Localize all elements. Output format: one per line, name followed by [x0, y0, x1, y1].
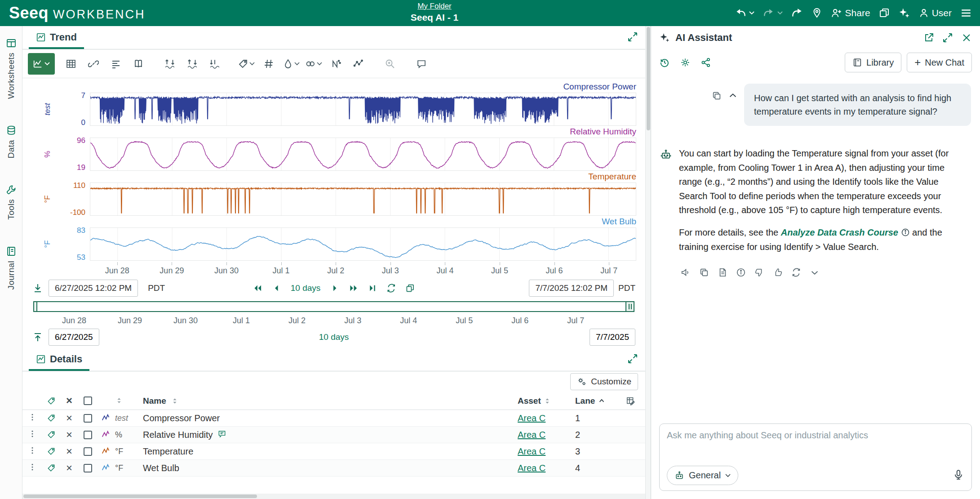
asset-link[interactable]: Area C — [518, 430, 545, 440]
samples-button[interactable] — [349, 54, 368, 74]
main-menu-button[interactable] — [960, 7, 972, 19]
y-axis[interactable]: °F8353 — [22, 227, 90, 261]
chat-history-button[interactable] — [659, 57, 670, 68]
zoom-button[interactable] — [380, 54, 400, 74]
y-axis[interactable]: °F110-100 — [22, 183, 90, 216]
tab-details[interactable]: Details — [29, 350, 89, 371]
duration-button[interactable]: 10 days — [291, 283, 321, 293]
row-checkbox[interactable] — [84, 447, 92, 456]
ai-settings-button[interactable] — [680, 57, 691, 68]
data-table-button[interactable] — [61, 54, 81, 74]
open-in-new-window-button[interactable] — [923, 32, 934, 43]
range-end-input[interactable]: 7/7/2025 — [590, 329, 635, 346]
sort-name-button[interactable] — [171, 397, 179, 405]
row-checkbox[interactable] — [84, 414, 92, 423]
new-chat-button[interactable]: + New Chat — [907, 53, 972, 72]
column-name-label[interactable]: Name — [143, 396, 166, 406]
regenerate-button[interactable] — [791, 267, 801, 277]
mode-selector[interactable]: General — [667, 466, 738, 485]
column-lane-label[interactable]: Lane — [575, 396, 595, 406]
gridlines-button[interactable] — [259, 54, 279, 74]
more-actions-button[interactable] — [810, 267, 820, 277]
share-button[interactable]: Share — [831, 7, 870, 19]
series-label[interactable]: Temperature — [22, 172, 645, 183]
rail-item-journal[interactable]: Journal — [6, 246, 17, 290]
dimming-button[interactable] — [281, 54, 301, 74]
isolate-column-header-icon[interactable] — [42, 397, 60, 405]
journal-compare-button[interactable] — [129, 54, 148, 74]
range-start-input[interactable]: 6/27/2025 — [49, 329, 99, 346]
rail-item-tools[interactable]: Tools — [6, 184, 17, 220]
user-menu-button[interactable]: User — [918, 8, 952, 18]
trend-plot[interactable] — [90, 93, 636, 126]
collapse-message-button[interactable] — [728, 91, 738, 101]
step-forward-full-button[interactable] — [348, 283, 358, 293]
step-back-full-button[interactable] — [253, 283, 263, 293]
sort-type-button[interactable] — [115, 397, 123, 405]
tab-trend[interactable]: Trend — [29, 28, 84, 49]
rail-item-data[interactable]: Data — [6, 125, 17, 158]
row-menu-button[interactable] — [22, 429, 42, 441]
link-button[interactable] — [84, 54, 103, 74]
row-checkbox[interactable] — [84, 464, 92, 472]
asset-link[interactable]: Area C — [518, 446, 545, 456]
list-export-button[interactable] — [106, 54, 126, 74]
microphone-button[interactable] — [953, 469, 964, 482]
grouping-button[interactable] — [304, 54, 324, 74]
ai-close-button[interactable] — [961, 32, 972, 43]
copy-message-button[interactable] — [712, 91, 722, 101]
row-checkbox[interactable] — [84, 431, 92, 439]
step-to-now-button[interactable] — [367, 283, 377, 293]
share-chat-button[interactable] — [701, 57, 711, 68]
scroll-thumb[interactable] — [23, 495, 257, 498]
trend-chart[interactable]: Compressor Powertest70Relative Humidity%… — [22, 78, 645, 262]
asset-link[interactable]: Area C — [518, 463, 545, 473]
thumbs-up-button[interactable] — [773, 267, 783, 277]
series-label[interactable]: Compressor Power — [22, 82, 645, 93]
library-button[interactable]: Library — [845, 53, 901, 72]
row-menu-button[interactable] — [22, 413, 42, 424]
trend-plot[interactable] — [90, 183, 636, 216]
chat-input-container[interactable]: General — [659, 423, 972, 491]
row-menu-button[interactable] — [22, 463, 42, 474]
load-range-up-button[interactable] — [32, 332, 43, 343]
auto-update-button[interactable] — [386, 283, 396, 293]
location-button[interactable] — [811, 8, 822, 18]
ai-expand-button[interactable] — [942, 32, 953, 43]
y-axis[interactable]: test70 — [22, 93, 90, 126]
series-label[interactable]: Relative Humidity — [22, 127, 645, 138]
undo-button[interactable] — [735, 7, 754, 19]
load-range-down-button[interactable] — [32, 283, 43, 294]
x-axis[interactable]: Jun 28Jun 29Jun 30Jul 1Jul 2Jul 3Jul 4Ju… — [90, 262, 636, 277]
select-all-checkbox[interactable] — [84, 397, 92, 405]
annotation-button[interactable] — [412, 54, 431, 74]
seeq-logo[interactable]: Seeq WORKBENCH — [9, 4, 146, 22]
details-expand-button[interactable] — [627, 353, 638, 366]
step-back-half-button[interactable] — [272, 283, 282, 293]
details-row[interactable]: ×°FWet BulbArea C4 — [22, 460, 645, 477]
range-duration[interactable]: 10 days — [319, 332, 349, 342]
asset-link[interactable]: Area C — [518, 413, 545, 423]
info-icon[interactable] — [901, 228, 910, 237]
remove-all-button[interactable]: × — [60, 395, 78, 406]
comment-icon[interactable] — [217, 429, 226, 441]
copy-response-button[interactable] — [699, 267, 709, 277]
table-settings-button[interactable] — [616, 396, 645, 406]
sort-asset-button[interactable] — [543, 397, 551, 405]
start-datetime-input[interactable]: 6/27/2025 12:02 PM — [49, 280, 138, 297]
interpolation-button[interactable] — [326, 54, 346, 74]
details-row[interactable]: ×%Relative HumidityArea C2 — [22, 427, 645, 443]
row-remove-button[interactable]: × — [60, 413, 78, 424]
view-sources-button[interactable] — [718, 267, 727, 277]
ai-sparkle-button[interactable] — [898, 7, 910, 19]
end-datetime-input[interactable]: 7/7/2025 12:02 PM — [529, 280, 614, 297]
breadcrumb[interactable]: My Folder — [411, 2, 459, 11]
forward-button[interactable] — [791, 7, 803, 19]
row-remove-button[interactable]: × — [60, 429, 78, 441]
row-menu-button[interactable] — [22, 446, 42, 457]
row-isolate-button[interactable] — [42, 447, 60, 456]
chat-input[interactable] — [667, 430, 964, 441]
window-switch-button[interactable] — [879, 8, 890, 18]
display-type-button[interactable] — [28, 53, 55, 75]
row-isolate-button[interactable] — [42, 463, 60, 472]
